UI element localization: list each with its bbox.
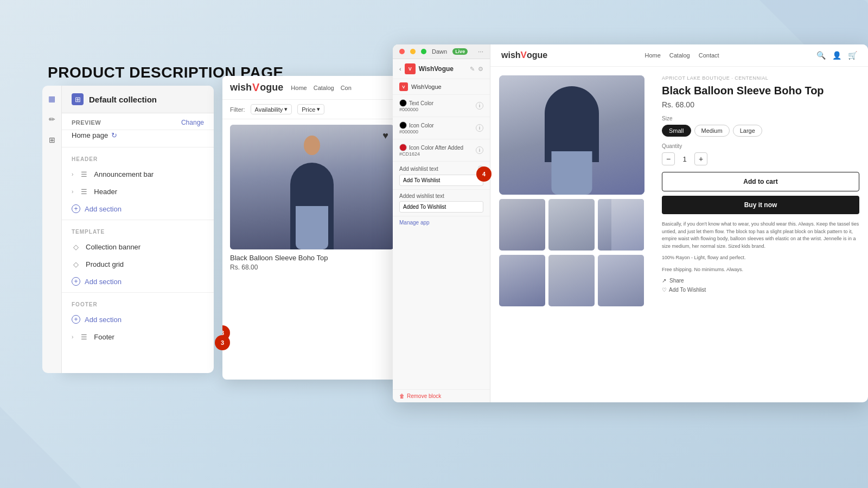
thumb-4[interactable]: [499, 255, 545, 306]
add-wishlist-field: Add wishlist text ⓘ: [393, 162, 490, 190]
sub-brand-row: V WishVogue: [393, 79, 490, 95]
plus-icon-footer: +: [72, 315, 80, 324]
theme-sidebar: Dawn Live ··· ‹ V WishVogue ✎ ⚙ V WishVo…: [393, 44, 490, 402]
icon-color-dot[interactable]: [399, 121, 407, 129]
dot-yellow: [410, 49, 416, 54]
thumb-2[interactable]: [548, 199, 595, 251]
remove-icon: 🗑: [399, 393, 405, 399]
size-large[interactable]: Large: [733, 125, 762, 137]
collection-title: Default collection: [89, 95, 157, 104]
nav-link-catalog[interactable]: Catalog: [314, 85, 334, 91]
edit-brand-icon[interactable]: ✎: [470, 66, 475, 73]
add-wishlist-input[interactable]: [399, 175, 483, 186]
change-link[interactable]: Change: [181, 119, 204, 126]
chevron-availability: ▾: [284, 106, 288, 113]
add-section-footer[interactable]: + Add section: [62, 311, 214, 328]
size-medium[interactable]: Medium: [694, 125, 730, 137]
settings-icon[interactable]: ⚙: [478, 66, 483, 73]
share-icon: ↗: [662, 278, 666, 284]
wishlist-label[interactable]: Add To Wishlist: [669, 287, 706, 293]
sidebar-icon-layout[interactable]: ▦: [47, 93, 58, 104]
product-description-3: Free shipping. No minimums. Always.: [662, 266, 859, 274]
main-figure-body: [545, 86, 599, 162]
thumb-6[interactable]: [598, 255, 644, 306]
section-icon-announcement: ☰: [80, 170, 88, 178]
add-section-label-footer: Add section: [85, 316, 122, 324]
main-figure-pants: [552, 151, 592, 195]
nav-home[interactable]: Home: [644, 52, 660, 59]
preview-page-name: Home page: [72, 131, 108, 139]
thumb-3[interactable]: [598, 199, 644, 251]
wishlist-heart-icon[interactable]: ♥: [382, 130, 388, 142]
footer-label: Footer: [94, 333, 114, 341]
filter-label: Filter:: [230, 106, 245, 113]
header-item[interactable]: › ☰ Header: [62, 183, 214, 200]
preview-nav-links: Home Catalog Con: [291, 85, 351, 91]
sidebar-icon-edit[interactable]: ✏: [47, 114, 58, 125]
added-wishlist-input[interactable]: [399, 201, 483, 213]
icon-added-info[interactable]: i: [476, 146, 483, 154]
section-icon-header: ☰: [80, 187, 88, 196]
nav-catalog[interactable]: Catalog: [669, 52, 690, 59]
price-filter[interactable]: Price ▾: [297, 104, 324, 114]
section-icon-footer: ☰: [80, 332, 88, 341]
nav-contact[interactable]: Contact: [699, 52, 719, 59]
nav-link-con[interactable]: Con: [341, 85, 352, 91]
dots-menu[interactable]: ···: [478, 48, 483, 55]
arrow-icon: ›: [72, 171, 73, 177]
main-image-bg: [499, 75, 644, 195]
add-to-cart-button[interactable]: Add to cart: [662, 172, 859, 191]
store-name: APRICOT LAKE BOUTIQUE · CENTENNIAL: [662, 75, 859, 81]
divider-2: [62, 220, 214, 220]
text-color-setting: Text Color #000000 i: [393, 95, 490, 117]
header-label: Header: [94, 188, 117, 196]
add-section-template[interactable]: + Add section: [62, 273, 214, 290]
announcement-bar-item[interactable]: › ☰ Announcement bar: [62, 165, 214, 183]
availability-label: Availability: [255, 106, 283, 113]
user-icon[interactable]: 👤: [832, 51, 841, 60]
text-color-row: Text Color: [399, 99, 433, 107]
plus-icon-template: +: [72, 277, 80, 286]
footer-item[interactable]: › ☰ Footer: [62, 328, 214, 345]
qty-increase[interactable]: +: [694, 152, 707, 165]
qty-decrease[interactable]: −: [662, 152, 675, 165]
nav-link-home[interactable]: Home: [291, 85, 307, 91]
remove-block-link[interactable]: 🗑 Remove block: [393, 389, 490, 402]
icon-color-row: Icon Color: [399, 121, 434, 129]
collection-banner-item[interactable]: ◇ Collection banner: [62, 238, 214, 255]
sidebar-icon-apps[interactable]: ⊞: [47, 134, 58, 145]
preview-product-name: Black Balloon Sleeve Boho Top: [230, 254, 394, 262]
wishlist-row: ♡ Add To Wishlist: [662, 287, 859, 293]
left-sidebar-icons: ▦ ✏ ⊞: [42, 86, 62, 373]
text-color-dot[interactable]: [399, 99, 407, 107]
thumb-5[interactable]: [548, 255, 595, 306]
price-label: Price: [302, 106, 315, 113]
template-group-label: TEMPLATE: [62, 222, 214, 238]
size-small[interactable]: Small: [662, 125, 691, 137]
share-row: ↗ Share: [662, 278, 859, 284]
product-detail-body: APRICOT LAKE BOUTIQUE · CENTENNIAL Black…: [490, 67, 868, 402]
icon-color-info[interactable]: i: [476, 124, 483, 132]
nav-logo: wishVogue: [501, 50, 547, 61]
product-grid-label: Product grid: [86, 260, 124, 268]
product-info-section: APRICOT LAKE BOUTIQUE · CENTENNIAL Black…: [653, 67, 868, 402]
preview-sub: Home page ↻: [62, 130, 214, 145]
text-color-info[interactable]: i: [476, 102, 483, 110]
product-grid-item[interactable]: ◇ Product grid: [62, 255, 214, 273]
icon-added-color-dot[interactable]: [399, 144, 407, 151]
section-icon-grid: ◇: [72, 260, 80, 268]
buy-now-button[interactable]: Buy it now: [662, 196, 859, 214]
manage-app-link[interactable]: Manage app: [393, 216, 490, 229]
nav-logo-v: V: [521, 50, 527, 60]
size-options: Small Medium Large: [662, 125, 859, 137]
share-label[interactable]: Share: [669, 278, 684, 284]
search-icon[interactable]: 🔍: [816, 51, 826, 60]
availability-filter[interactable]: Availability ▾: [251, 104, 292, 114]
add-section-header[interactable]: + Add section: [62, 200, 214, 217]
back-icon[interactable]: ‹: [399, 66, 401, 72]
refresh-icon[interactable]: ↻: [111, 131, 117, 139]
plus-icon-header: +: [72, 204, 80, 213]
cart-icon[interactable]: 🛒: [848, 51, 857, 60]
brand-row: ‹ V WishVogue ✎ ⚙: [393, 59, 490, 79]
thumb-1[interactable]: [499, 199, 545, 251]
